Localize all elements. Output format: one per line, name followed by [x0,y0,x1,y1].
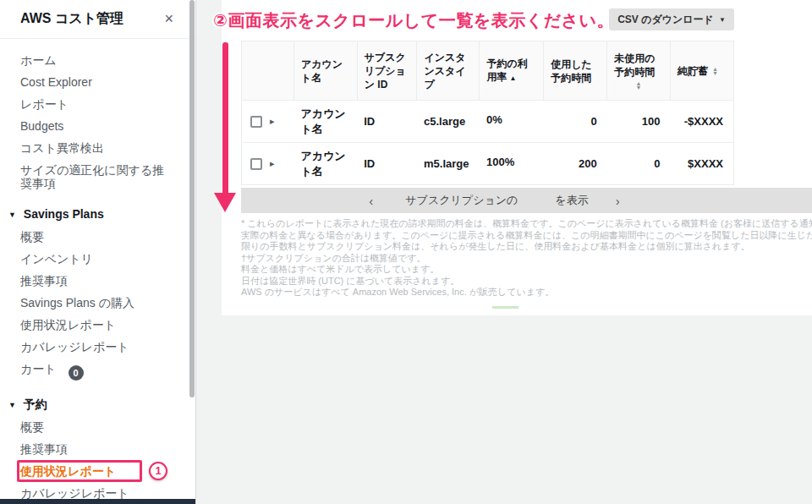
annotation-arrow-shaft [222,42,228,194]
row-checkbox[interactable] [250,158,262,170]
cell-subscription-id: ID [357,101,417,143]
sidebar-item-budgets[interactable]: Budgets [0,115,195,137]
cell-utilization: 100% [480,143,544,185]
sidebar-item-rightsizing[interactable]: サイズの適正化に関する推奨事項 [0,159,195,194]
section-caret-icon: ▼ [8,208,16,222]
column-header-utilization[interactable]: 予約の利用率▲ [480,41,544,101]
pagination-prev-button[interactable]: ‹ [364,194,378,208]
reservations-list: 概要 推奨事項 使用状況レポート 1 カバレッジレポート [0,416,195,504]
annotation-arrow-head-icon [214,193,236,212]
sort-both-icon: ▲ ▼ [636,81,642,90]
cell-used-hours: 200 [544,143,607,185]
sidebar-item-cart[interactable]: カート 0 [0,358,195,385]
pagination-bar: ‹ サブスクリプションの を表示 › [241,188,812,213]
csv-download-button[interactable]: CSV のダウンロード ▼ [609,8,734,30]
column-header-instance-type[interactable]: インスタンスタイプ [417,41,480,101]
footnote-line: 限りの手数料とサブスクリプション料金は、それらが発生した日に、使用料金および基本… [241,241,812,253]
section-caret-icon: ▼ [8,398,16,412]
footnote-line: AWS のサービスはすべて Amazon Web Services, Inc. … [241,287,812,299]
column-header-net-savings[interactable]: 純貯蓄 ▲ ▼ [670,41,733,101]
section-title: 予約 [24,397,47,411]
footnote-line: * これらのレポートに表示された現在の請求期間の料金は、概算料金です。このページ… [241,218,812,230]
annotation-step1-circle: 1 [149,462,167,480]
cell-subscription-id: ID [357,143,417,185]
footnote-line: 日付は協定世界時 (UTC) に基づいて表示されます。 [241,276,812,288]
cell-unused-hours: 100 [607,101,671,143]
column-label: 純貯蓄 [678,64,708,78]
sidebar-item-sp-purchase[interactable]: Savings Plans の購入 [0,292,195,314]
column-label: 予約の利用率 [486,58,527,83]
column-header-unused-hours[interactable]: 未使用の予約時間 ▲ ▼ [607,41,671,101]
savings-plans-section: ▼ Savings Plans 概要 インベントリ 推奨事項 Savings P… [0,203,195,385]
savings-plans-list: 概要 インベントリ 推奨事項 Savings Plans の購入 使用状況レポー… [0,226,195,385]
main-content: ②画面表示をスクロールして一覧を表示ください。 CSV のダウンロード ▼ アカ… [196,0,812,504]
caret-down-icon: ▼ [719,16,726,24]
sidebar-item-sp-overview[interactable]: 概要 [0,226,195,248]
sidebar-item-sp-inventory[interactable]: インベントリ [0,248,195,270]
sidebar-item-sp-utilization-report[interactable]: 使用状況レポート [0,314,195,336]
sidebar-item-reports[interactable]: レポート [0,93,195,115]
sidebar-item-anomaly-detection[interactable]: コスト異常検出 [0,137,195,159]
utilization-value: 0% [486,113,537,126]
cell-net-savings: -$XXXX [670,101,733,143]
cell-account: アカウント名 [294,143,357,185]
expand-row-icon[interactable]: ▸ [270,158,275,169]
cell-instance-type: c5.large [417,101,480,143]
cart-label: カート [20,362,57,375]
reservations-section-header[interactable]: ▼ 予約 [0,393,195,416]
section-title: Savings Plans [24,207,104,221]
sort-ascending-icon: ▲ [509,74,516,82]
row-checkbox[interactable] [250,116,262,128]
sidebar-item-rsv-utilization-report[interactable]: 使用状況レポート 1 [0,460,195,482]
csv-download-label: CSV のダウンロード [617,13,714,27]
usage-report-table: アカウント名 サブスクリプション ID インスタンスタイプ 予約の利用率▲ 使用… [241,41,734,185]
column-header-used-hours[interactable]: 使用した予約時間 [544,41,607,101]
column-header-account[interactable]: アカウント名 [294,41,357,101]
sort-both-icon: ▲ ▼ [712,67,718,75]
sidebar-header: AWS コスト管理 × [0,0,195,39]
footnotes: * これらのレポートに表示された現在の請求期間の料金は、概算料金です。このページ… [241,218,812,299]
table-row: ▸ アカウント名 ID m5.large 100% 200 0 $XXXX [242,143,734,185]
footnote-line: †サブスクリプションの合計は概算値です。 [241,253,812,265]
cell-used-hours: 0 [544,101,607,143]
table-row: ▸ アカウント名 ID c5.large 0% 0 100 -$XXXX [242,101,734,143]
footnote-line: 実際の料金と異なる場合があります。このページに提示される概算料金には、この明細書… [241,230,812,242]
sidebar-item-rsv-overview[interactable]: 概要 [0,416,195,438]
sidebar-item-cost-explorer[interactable]: Cost Explorer [0,71,195,93]
expand-row-icon[interactable]: ▸ [270,116,275,127]
reservations-section: ▼ 予約 概要 推奨事項 使用状況レポート 1 カバレッジレポート [0,393,195,504]
cell-net-savings: $XXXX [670,143,733,185]
cell-utilization: 0% [480,101,544,143]
sidebar-item-sp-coverage-report[interactable]: カバレッジレポート [0,336,195,358]
pagination-next-button[interactable]: › [611,194,625,208]
table-header-row: アカウント名 サブスクリプション ID インスタンスタイプ 予約の利用率▲ 使用… [242,41,734,101]
close-icon[interactable]: × [164,9,173,28]
sidebar-top-list: ホーム Cost Explorer レポート Budgets コスト異常検出 サ… [0,49,195,194]
sidebar-item-home[interactable]: ホーム [0,49,195,71]
sidebar: AWS コスト管理 × ホーム Cost Explorer レポート Budge… [0,0,196,504]
footnote-line: 料金と価格はすべて米ドルで表示しています。 [241,264,812,276]
sort-down-icon: ▼ [636,85,642,90]
sidebar-nav: ホーム Cost Explorer レポート Budgets コスト異常検出 サ… [0,39,195,504]
column-label: 未使用の予約時間 [614,52,663,79]
pagination-label-suffix: を表示 [555,193,588,208]
legend-dash [492,306,518,309]
selected-item-label: 使用状況レポート [20,464,116,478]
sidebar-title: AWS コスト管理 [20,10,123,28]
savings-plans-section-header[interactable]: ▼ Savings Plans [0,203,195,226]
column-header-select [242,41,294,101]
cell-instance-type: m5.large [417,143,480,185]
annotation-step2-text: ②画面表示をスクロールして一覧を表示ください。 [213,9,614,32]
cell-unused-hours: 0 [607,143,671,185]
cart-count-badge: 0 [69,365,84,381]
sidebar-item-rsv-recommendations[interactable]: 推奨事項 [0,438,195,460]
column-header-subscription-id[interactable]: サブスクリプション ID [357,41,417,101]
pagination-label: サブスクリプションの [405,193,518,208]
cell-account: アカウント名 [294,101,357,143]
sidebar-footer-bar [0,499,195,504]
sidebar-item-sp-recommendations[interactable]: 推奨事項 [0,270,195,292]
sidebar-scrollbar-thumb[interactable] [189,0,195,397]
utilization-value: 100% [486,156,537,168]
sort-down-icon: ▼ [712,71,718,75]
